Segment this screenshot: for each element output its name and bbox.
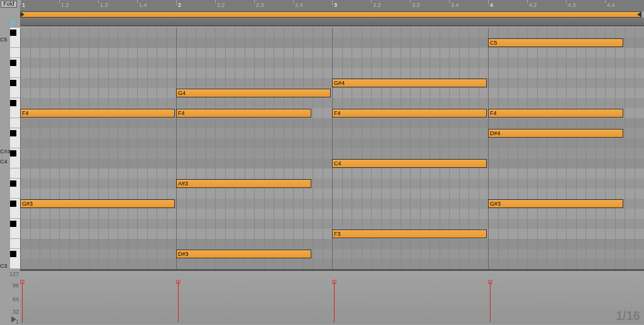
piano-keyboard[interactable] — [10, 28, 20, 269]
piano-black-key[interactable] — [10, 221, 16, 227]
timeline-label: 2.3 — [256, 2, 264, 8]
timeline-label: 2.2 — [217, 2, 225, 8]
velocity-handle[interactable] — [488, 280, 492, 284]
piano-black-key[interactable] — [10, 251, 16, 257]
piano-white-key[interactable] — [10, 239, 20, 249]
piano-white-key[interactable] — [10, 48, 20, 58]
piano-white-key[interactable] — [10, 138, 20, 148]
piano-white-key[interactable] — [10, 38, 20, 48]
velocity-stem[interactable] — [334, 282, 335, 322]
timeline-label: 3.2 — [373, 2, 381, 8]
midi-note[interactable]: F3 — [332, 229, 487, 238]
midi-note[interactable]: G4 — [176, 89, 331, 97]
header-strip — [20, 18, 644, 26]
timeline-label: 1.3 — [100, 2, 108, 8]
piano-black-key[interactable] — [10, 60, 16, 66]
timeline-label: 3.3 — [412, 2, 420, 8]
piano-white-key[interactable] — [10, 118, 20, 128]
midi-note[interactable]: D#4 — [488, 129, 623, 138]
timeline-label: 4.3 — [568, 2, 576, 8]
velocity-stem[interactable] — [490, 282, 491, 322]
piano-black-key[interactable] — [10, 180, 16, 187]
velocity-handle[interactable] — [20, 280, 25, 284]
midi-note[interactable]: F4 — [176, 109, 311, 118]
midi-note[interactable]: C4 — [332, 159, 487, 168]
midi-note[interactable]: F4 — [20, 109, 175, 118]
timeline-label: 2 — [178, 2, 181, 8]
lane-toggle-icon[interactable] — [11, 316, 16, 322]
midi-note[interactable]: G#3 — [20, 199, 175, 208]
piano-black-key[interactable] — [10, 80, 16, 86]
piano-white-key[interactable] — [10, 189, 20, 199]
octave-label-c4: C4 — [0, 158, 9, 165]
piano-white-key[interactable] — [10, 229, 20, 239]
timeline-label: 3 — [334, 2, 337, 8]
midi-note[interactable]: D#3 — [176, 250, 311, 258]
piano-white-key[interactable] — [10, 68, 20, 78]
piano-black-key[interactable] — [10, 130, 16, 136]
piano-white-key[interactable] — [10, 158, 20, 168]
vel-mark-64: 64 — [8, 296, 19, 302]
piano-black-key[interactable] — [10, 30, 16, 36]
vel-mark-32: 32 — [8, 309, 19, 315]
midi-note[interactable]: A#3 — [176, 179, 311, 188]
octave-label-c5: C5 — [0, 36, 9, 43]
velocity-handle[interactable] — [332, 280, 336, 284]
timeline-label: 4 — [490, 2, 493, 8]
piano-black-key[interactable] — [10, 150, 16, 157]
timeline-label: 1.2 — [61, 2, 69, 8]
timeline-ruler[interactable]: 11.21.31.422.22.32.433.23.33.444.24.34.4 — [20, 0, 644, 11]
piano-black-key[interactable] — [10, 100, 16, 106]
piano-white-key[interactable] — [10, 259, 20, 269]
piano-black-key[interactable] — [10, 201, 16, 207]
loop-brace[interactable] — [20, 11, 641, 18]
midi-note[interactable]: C5 — [488, 38, 623, 47]
piano-white-key[interactable] — [10, 108, 20, 118]
piano-white-key[interactable] — [10, 168, 20, 179]
velocity-stem[interactable] — [22, 282, 23, 322]
timeline-label: 4.4 — [607, 2, 615, 8]
octave-label-c3: C3 — [0, 263, 9, 269]
piano-white-key[interactable] — [10, 209, 20, 219]
vel-mark-96: 96 — [8, 282, 19, 289]
midi-note[interactable]: G#4 — [332, 79, 487, 87]
midi-note[interactable]: F4 — [332, 109, 487, 118]
timeline-label: 2.4 — [295, 2, 303, 8]
play-start-marker-icon[interactable] — [11, 19, 16, 26]
fold-button[interactable]: Fold — [1, 1, 17, 8]
grid-resolution-label: 1/16 — [616, 309, 640, 323]
timeline-label: 1.4 — [139, 2, 147, 8]
midi-note[interactable]: F4 — [488, 109, 623, 118]
velocity-lane[interactable]: 127 96 64 32 1 1/16 — [20, 269, 644, 324]
midi-note[interactable]: G#3 — [488, 199, 623, 208]
timeline-label: 4.2 — [529, 2, 537, 8]
timeline-label: 1 — [22, 2, 25, 8]
midi-note-grid[interactable]: C5G#4G4F4F4F4F4D#4C4A#3G#3G#3F3D#3C#3 — [20, 28, 644, 269]
octave-label-csharp4: C#4 — [0, 148, 9, 155]
velocity-handle[interactable] — [176, 280, 180, 284]
timeline-label: 3.4 — [451, 2, 459, 8]
velocity-stem[interactable] — [178, 282, 179, 322]
vel-mark-127: 127 — [8, 271, 19, 277]
piano-white-key[interactable] — [10, 88, 20, 98]
